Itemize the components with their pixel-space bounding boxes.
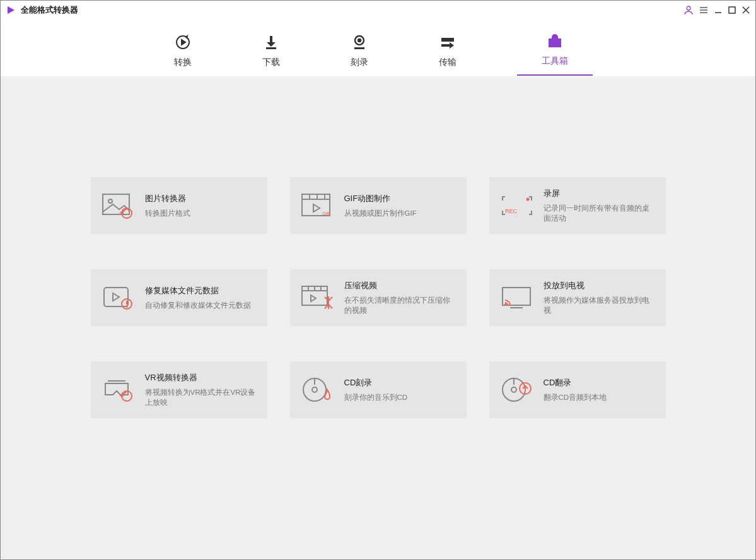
tool-title: 图片转换器 <box>145 193 190 204</box>
close-button[interactable] <box>741 6 750 15</box>
gif-maker-icon: GIF <box>300 190 335 221</box>
screen-record-icon: REC <box>499 190 535 221</box>
tool-screen-record[interactable]: REC 录屏 记录同一时间所有带有音频的桌面活动 <box>489 177 666 234</box>
fix-metadata-icon <box>101 283 136 313</box>
menu-icon[interactable] <box>699 5 709 15</box>
tab-transfer[interactable]: 传输 <box>429 34 467 76</box>
minimize-button[interactable] <box>714 6 723 15</box>
tool-compress-video[interactable]: 压缩视频 在不损失清晰度的情况下压缩你的视频 <box>290 269 467 326</box>
svg-marker-10 <box>182 40 185 45</box>
tool-title: 修复媒体文件元数据 <box>145 285 251 296</box>
svg-rect-11 <box>270 36 272 42</box>
tool-cd-rip[interactable]: CD翻录 翻录CD音频到本地 <box>489 361 666 418</box>
svg-text:REC: REC <box>505 208 518 214</box>
cd-burn-icon <box>300 375 335 405</box>
svg-rect-33 <box>104 288 128 306</box>
tool-desc: 翻录CD音频到本地 <box>544 392 607 402</box>
svg-rect-19 <box>549 39 561 47</box>
svg-point-47 <box>505 304 506 305</box>
svg-marker-29 <box>313 204 320 212</box>
svg-marker-43 <box>311 295 316 301</box>
svg-rect-13 <box>266 47 276 49</box>
tab-label: 转换 <box>174 57 192 68</box>
tool-desc: 在不损失清晰度的情况下压缩你的视频 <box>344 295 457 315</box>
maximize-button[interactable] <box>728 6 736 15</box>
tool-title: 投放到电视 <box>544 280 656 291</box>
svg-point-54 <box>511 387 516 392</box>
svg-point-37 <box>126 306 127 307</box>
tab-label: 刻录 <box>351 57 368 68</box>
app-window: 全能格式转换器 转换 下载 刻录 <box>0 0 756 560</box>
svg-marker-18 <box>441 42 454 49</box>
tool-desc: 自动修复和修改媒体文件元数据 <box>145 300 251 310</box>
tool-image-converter[interactable]: 图片转换器 转换图片格式 <box>91 177 267 234</box>
tool-title: VR视频转换器 <box>145 372 257 383</box>
svg-point-31 <box>526 198 529 201</box>
svg-rect-6 <box>729 7 735 13</box>
svg-point-22 <box>108 199 112 203</box>
vr-converter-icon <box>101 375 136 405</box>
tab-burn[interactable]: 刻录 <box>340 34 378 76</box>
tab-label: 传输 <box>439 57 457 68</box>
tool-gif-maker[interactable]: GIF GIF动图制作 从视频或图片制作GIF <box>290 177 467 234</box>
svg-point-1 <box>687 6 690 10</box>
tool-title: CD翻录 <box>544 377 607 388</box>
tab-label: 工具箱 <box>542 55 568 67</box>
app-logo-icon <box>6 5 16 15</box>
tool-desc: 将视频作为媒体服务器投放到电视 <box>544 295 656 315</box>
svg-rect-17 <box>441 38 454 42</box>
svg-marker-0 <box>8 6 15 14</box>
tool-title: 录屏 <box>544 188 656 199</box>
tool-desc: 转换图片格式 <box>145 208 190 218</box>
svg-point-15 <box>358 39 361 42</box>
tool-desc: 记录同一时间所有带有音频的桌面活动 <box>544 203 656 223</box>
compress-video-icon <box>300 283 335 313</box>
tool-title: 压缩视频 <box>344 280 457 291</box>
svg-marker-12 <box>267 42 276 47</box>
tool-desc: 从视频或图片制作GIF <box>344 208 417 218</box>
tab-toolbox[interactable]: 工具箱 <box>517 33 593 76</box>
title-bar: 全能格式转换器 <box>1 1 755 20</box>
svg-rect-16 <box>354 47 364 49</box>
image-converter-icon <box>101 190 136 221</box>
main-tabs: 转换 下载 刻录 传输 工具箱 <box>1 20 755 76</box>
app-title: 全能格式转换器 <box>21 4 78 16</box>
tab-download[interactable]: 下载 <box>252 34 290 76</box>
toolbox-grid: 图片转换器 转换图片格式 GIF GIF动图制作 从视频或图片制作GIF REC… <box>1 76 755 559</box>
tab-label: 下载 <box>262 57 280 68</box>
tool-desc: 刻录你的音乐到CD <box>344 392 408 402</box>
tab-convert[interactable]: 转换 <box>164 34 202 76</box>
tool-vr-converter[interactable]: VR视频转换器 将视频转换为VR格式并在VR设备上放映 <box>91 361 267 418</box>
cast-tv-icon <box>499 283 535 313</box>
tool-desc: 将视频转换为VR格式并在VR设备上放映 <box>145 387 257 407</box>
svg-point-51 <box>312 387 317 392</box>
cd-rip-icon <box>499 375 535 405</box>
tool-cast-tv[interactable]: 投放到电视 将视频作为媒体服务器投放到电视 <box>489 269 666 326</box>
tool-title: CD刻录 <box>344 377 408 388</box>
account-icon[interactable] <box>683 5 694 15</box>
svg-text:GIF: GIF <box>322 211 330 216</box>
tool-fix-metadata[interactable]: 修复媒体文件元数据 自动修复和修改媒体文件元数据 <box>91 269 267 326</box>
tool-title: GIF动图制作 <box>344 193 417 204</box>
svg-marker-34 <box>113 293 119 301</box>
tool-cd-burn[interactable]: CD刻录 刻录你的音乐到CD <box>290 361 467 418</box>
svg-rect-21 <box>103 194 129 214</box>
